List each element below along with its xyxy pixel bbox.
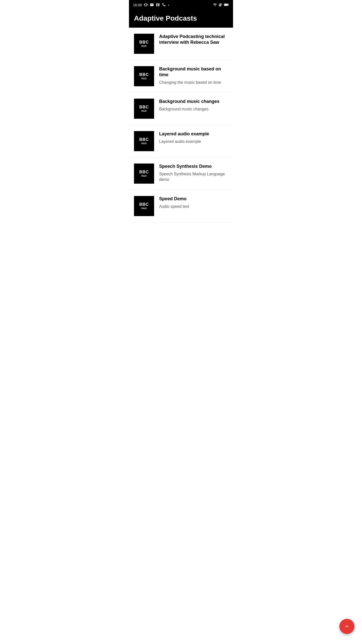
podcast-info: Layered audio exampleLayered audio examp…	[159, 131, 228, 145]
status-bar: 16:08 ●	[129, 0, 233, 10]
podcast-description: Layered audio example	[159, 139, 228, 144]
svg-rect-0	[219, 5, 219, 6]
svg-rect-3	[221, 4, 221, 6]
battery-icon	[224, 3, 229, 8]
list-item[interactable]: BBCR&DBackground music changesBackground…	[129, 93, 233, 125]
podcast-info: Speech Synthesis DemoSpeech Synthesis Ma…	[159, 164, 228, 183]
mail-icon	[150, 3, 154, 8]
list-item[interactable]: BBCR&DSpeed DemoAudio speed test	[129, 190, 233, 222]
podcast-thumbnail: BBCR&D	[134, 99, 154, 119]
bbc-rd-text: R&D	[141, 175, 147, 177]
notification-dot-icon: ●	[168, 4, 169, 6]
bbc-logo-text: BBC	[139, 170, 149, 174]
podcast-info: Adaptive Podcasting technical interview …	[159, 34, 228, 48]
podcast-description: Audio speed test	[159, 204, 228, 209]
list-item[interactable]: BBCR&DBackground music based on timeChan…	[129, 60, 233, 93]
podcast-thumbnail: BBCR&D	[134, 164, 154, 184]
podcast-info: Speed DemoAudio speed test	[159, 196, 228, 210]
podcast-title: Speech Synthesis Demo	[159, 164, 228, 169]
podcast-title: Layered audio example	[159, 131, 228, 137]
bbc-logo-text: BBC	[139, 73, 149, 77]
podcast-thumbnail: BBCR&D	[134, 66, 154, 86]
podcast-title: Background music changes	[159, 99, 228, 104]
svg-rect-6	[224, 4, 228, 6]
svg-rect-1	[220, 5, 220, 6]
status-bar-right	[213, 3, 229, 8]
phone-icon	[162, 3, 166, 8]
bbc-logo-text: BBC	[139, 203, 149, 207]
podcast-title: Background music based on time	[159, 66, 228, 78]
bbc-logo-text: BBC	[139, 105, 149, 109]
podcast-thumbnail: BBCR&D	[134, 34, 154, 54]
podcast-description: Changing the music based on time	[159, 80, 228, 85]
maps-icon	[156, 3, 160, 8]
bbc-rd-text: R&D	[141, 45, 147, 47]
time-display: 16:08	[133, 3, 142, 7]
podcast-thumbnail: BBCR&D	[134, 131, 154, 151]
bbc-rd-text: R&D	[141, 110, 147, 112]
app-header: Adaptive Podcasts	[129, 10, 233, 28]
podcast-info: Background music based on timeChanging t…	[159, 66, 228, 86]
list-item[interactable]: BBCR&DSpeech Synthesis DemoSpeech Synthe…	[129, 157, 233, 190]
bbc-logo-text: BBC	[139, 138, 149, 142]
podcast-title: Speed Demo	[159, 196, 228, 202]
svg-rect-2	[220, 4, 221, 6]
page-title: Adaptive Podcasts	[134, 14, 228, 23]
podcast-info: Background music changesBackground music…	[159, 99, 228, 112]
status-bar-left: 16:08 ●	[133, 3, 169, 8]
vibrate-icon	[144, 3, 148, 8]
bbc-rd-text: R&D	[141, 142, 147, 145]
podcast-description: Speech Synthesis Markup Language demo	[159, 171, 228, 183]
signal-icon	[218, 3, 222, 8]
bbc-rd-text: R&D	[141, 207, 147, 210]
podcast-thumbnail: BBCR&D	[134, 196, 154, 216]
bbc-logo-text: BBC	[139, 40, 149, 44]
svg-rect-5	[228, 4, 229, 5]
list-item[interactable]: BBCR&DAdaptive Podcasting technical inte…	[129, 28, 233, 60]
podcast-title: Adaptive Podcasting technical interview …	[159, 34, 228, 46]
list-item[interactable]: BBCR&DLayered audio exampleLayered audio…	[129, 125, 233, 157]
wifi-icon	[213, 3, 217, 8]
podcast-list: BBCR&DAdaptive Podcasting technical inte…	[129, 28, 233, 222]
bbc-rd-text: R&D	[141, 77, 147, 80]
podcast-description: Background music changes	[159, 106, 228, 112]
